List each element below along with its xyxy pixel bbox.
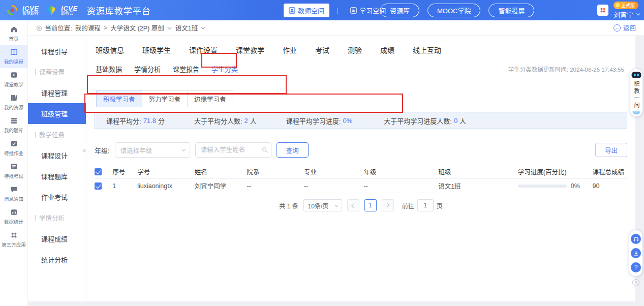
sidebar-item-my-courses[interactable]: 我的课程 — [0, 45, 27, 68]
grade-label: 年级: — [95, 145, 110, 155]
tab-class-students[interactable]: 班级学生 — [142, 45, 171, 55]
rail-label: 课堂教学 — [4, 80, 23, 87]
menu-course-grades[interactable]: 课程成绩 — [28, 228, 86, 249]
goto-label: 前往 — [402, 201, 414, 210]
export-button[interactable]: 导出 — [595, 143, 627, 157]
logo1-sub: 智慧职教 — [22, 12, 39, 16]
cell-major: -- — [304, 182, 363, 190]
learning-space-icon — [350, 7, 357, 14]
cell-progress: 0% — [518, 182, 593, 190]
classification-update-time: 学生分类数据更新时间: 2024-06-25 17:43:55 — [508, 65, 624, 73]
menu-course-question-bank[interactable]: 课程题库 — [28, 166, 86, 187]
chevron-down-icon[interactable] — [167, 25, 171, 29]
course-icon — [10, 48, 18, 56]
sidebar-item-notifications[interactable]: 消息通知 — [0, 182, 27, 205]
tab-exam[interactable]: 考试 — [315, 45, 329, 55]
tab-homework[interactable]: 作业 — [283, 45, 297, 55]
subtab-student-classification[interactable]: 学生分类 — [211, 64, 238, 74]
stat-label: 大于平均分人数: — [194, 116, 242, 126]
resource-icon — [10, 94, 18, 102]
tab-courseware-settings[interactable]: 课件设置 — [189, 45, 218, 55]
sidebar-item-question-bank[interactable]: 我的题库 — [0, 114, 27, 137]
students-table: 序号 学号 姓名 院系 专业 年级 班级 学习进度(百分比) 课程总成绩 1 l… — [95, 165, 627, 193]
header-seq: 序号 — [112, 167, 137, 176]
mini-app-icon[interactable] — [597, 5, 608, 16]
download-button[interactable] — [631, 248, 641, 258]
menu-homework-exam[interactable]: 作业考试 — [28, 187, 86, 207]
headset-icon — [633, 236, 639, 242]
tab-grades[interactable]: 成绩 — [380, 45, 394, 55]
sidebar-item-pending-exams[interactable]: 待批考试 — [0, 160, 27, 182]
menu-course-management[interactable]: 课程管理 — [28, 82, 86, 103]
menu-group-learning-analysis: 学情分析 — [28, 207, 86, 228]
sidebar-collapse-icon[interactable]: « — [82, 146, 86, 154]
menu-course-guide[interactable]: 课程引导 — [28, 41, 86, 62]
platform-title: 资源库教学平台 — [87, 4, 151, 17]
smart-screencast-button[interactable]: 智能投屏 — [488, 4, 534, 17]
teacher-space-tab[interactable]: 教师空间 — [284, 4, 329, 17]
help-button[interactable]: ? — [631, 262, 641, 272]
ai-assistant-widget[interactable]: 职教一问 — [630, 69, 642, 116]
question-mark-icon: ? — [634, 264, 638, 271]
breadcrumb-class-select[interactable]: 语文1班 — [175, 23, 198, 33]
user-menu[interactable]: 刘宵宁 — [614, 10, 639, 19]
resource-library-button[interactable]: 资源库 — [380, 4, 419, 17]
icve-zhihui-logo: iCVE 智慧职教 — [22, 5, 39, 16]
category-active-learners[interactable]: 积极学习者 — [96, 90, 142, 107]
tab-quiz[interactable]: 测验 — [348, 45, 362, 55]
prev-page-button[interactable] — [347, 199, 359, 211]
group-bar — [35, 132, 36, 138]
rail-label: 消息通知 — [4, 195, 23, 202]
learner-category-tabs: 积极学习者 努力学习者 边缘学习者 — [97, 90, 627, 107]
mooc-college-button[interactable]: MOOC学院 — [427, 4, 480, 17]
apps-icon — [10, 231, 18, 239]
next-page-button[interactable] — [382, 199, 394, 211]
subtab-classroom-report[interactable]: 课堂报告 — [173, 64, 199, 74]
chevron-left-icon — [351, 203, 355, 207]
tab-online-interaction[interactable]: 线上互动 — [413, 45, 441, 55]
query-button[interactable]: 查询 — [277, 142, 309, 158]
sidebar-item-third-party-apps[interactable]: 第三方应用 — [0, 228, 27, 251]
sidebar-item-statistics[interactable]: 数据统计 — [0, 205, 27, 228]
stat-label: 课程平均分: — [106, 116, 141, 126]
cell-department: -- — [247, 182, 304, 190]
subtab-learning-analysis[interactable]: 学情分析 — [134, 64, 161, 74]
chevron-down-icon — [181, 147, 186, 151]
stat-value: 2 — [244, 117, 248, 125]
sidebar-item-classroom-teaching[interactable]: 课堂教学 — [0, 68, 27, 91]
grade-select[interactable]: 请选择年级 — [115, 142, 190, 158]
page-size-select[interactable]: 10条/页 — [303, 199, 342, 211]
sidebar-item-home[interactable]: 首页 — [0, 22, 27, 45]
menu-course-design[interactable]: 课程设计 — [28, 145, 86, 166]
nav-divider: | — [336, 7, 338, 14]
back-button[interactable]: ← 返回 — [614, 23, 636, 33]
sidebar-item-pending-homework[interactable]: 待批作业 — [0, 137, 27, 160]
subtab-basic-data[interactable]: 基础数据 — [96, 64, 122, 74]
chevron-right-icon — [385, 203, 389, 207]
breadcrumb-my-courses[interactable]: 我的课程 — [75, 23, 101, 33]
sidebar-item-my-resources[interactable]: 我的资源 — [0, 91, 27, 114]
group-label: 教学任务 — [39, 130, 65, 139]
group-bar — [35, 215, 36, 221]
category-marginal-learners[interactable]: 边缘学习者 — [187, 90, 233, 107]
student-name-input[interactable] — [195, 142, 271, 158]
current-page-button[interactable]: 1 — [364, 199, 377, 211]
menu-statistical-analysis[interactable]: 统计分析 — [28, 249, 86, 270]
stat-value: 0 — [454, 117, 457, 125]
menu-class-management[interactable]: 班级管理 — [28, 103, 86, 124]
select-all-checkbox[interactable] — [95, 168, 102, 175]
tab-class-info[interactable]: 班级信息 — [96, 45, 124, 55]
tab-classroom-teaching[interactable]: 课堂教学 — [236, 45, 264, 55]
breadcrumb-course-select[interactable]: 大学语文 (2P) 原创 — [110, 23, 164, 33]
chevron-down-icon[interactable] — [201, 25, 205, 29]
location-icon: ◎ — [36, 24, 42, 32]
goto-page-input[interactable] — [417, 199, 434, 211]
stat-above-progress-count: 大于平均学习进度人数: 0 人 — [384, 116, 466, 126]
menu-group-teaching-tasks: 教学任务 — [28, 124, 86, 145]
category-hardworking-learners[interactable]: 努力学习者 — [142, 90, 188, 107]
home-icon — [10, 25, 18, 33]
widget-collapse-icon[interactable]: × — [632, 279, 639, 286]
cell-seq: 1 — [112, 182, 137, 190]
row-checkbox[interactable] — [95, 182, 102, 190]
support-button[interactable] — [631, 234, 641, 244]
